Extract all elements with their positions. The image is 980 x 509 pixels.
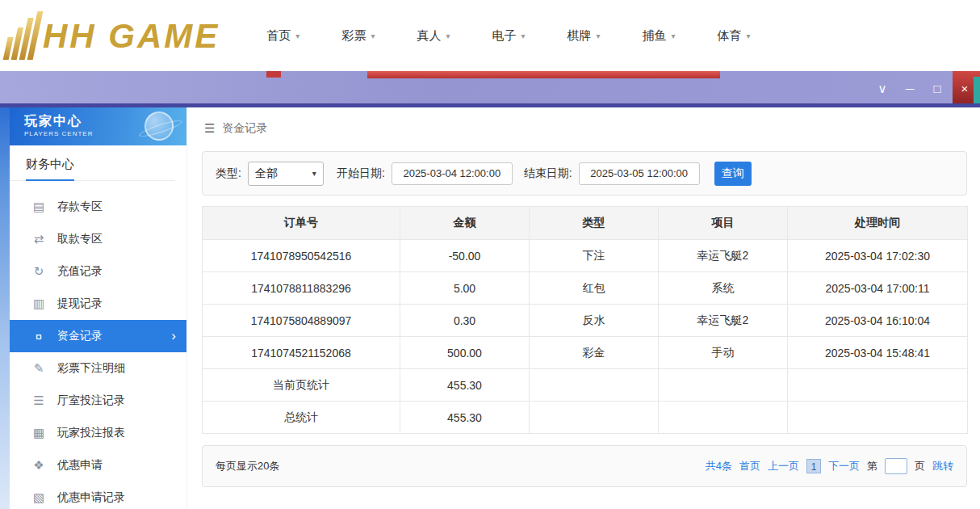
col-amount: 金额 [400, 207, 530, 240]
page-title: 资金记录 [222, 121, 267, 136]
jump-prefix-label: 第 [867, 459, 877, 473]
chevron-down-icon: ▾ [295, 32, 299, 40]
sidebar-section-finance: 财务中心 [10, 145, 175, 181]
logo-text: HH GAME [43, 13, 220, 60]
logo-bars-icon [3, 11, 44, 60]
deposit-icon: ▤ [31, 200, 46, 214]
window-left-strip [0, 107, 10, 509]
window-titlebar-edge [0, 103, 980, 107]
withdraw-icon: ⇄ [31, 232, 46, 246]
col-project: 项目 [659, 207, 788, 240]
prev-page-link[interactable]: 上一页 [768, 459, 799, 473]
content-area: ☰ 资金记录 类型: 全部 ▾ 开始日期: 结束日期: 查询 订单号 金额 类型… [191, 107, 980, 509]
window-close-button[interactable]: × [957, 81, 972, 97]
chevron-down-icon: ▾ [596, 32, 600, 40]
end-date-input[interactable] [579, 162, 700, 185]
hall-bets-icon: ☰ [31, 393, 46, 408]
type-label: 类型: [216, 166, 241, 181]
table-row: 1741078811883296 5.00 红包 系统 2025-03-04 1… [203, 272, 968, 305]
window-titlebar: ∨ ─ □ × [0, 71, 980, 107]
sidebar-item-fund-records[interactable]: ¤ 资金记录 › [10, 320, 186, 352]
pager: 共4条 首页 上一页 1 下一页 第 页 跳转 [706, 458, 953, 474]
table-summary-row-page: 当前页统计 455.30 [203, 369, 968, 402]
window-collapse-button[interactable]: ∨ [875, 81, 890, 97]
window-maximize-button[interactable]: □ [930, 81, 944, 97]
sidebar-items: ▤ 存款专区 ⇄ 取款专区 ↻ 充值记录 ▥ 提现记录 ¤ 资金记录 › ✎ 彩… [10, 191, 186, 509]
table-row: 1741075804889097 0.30 反水 幸运飞艇2 2025-03-0… [203, 305, 968, 337]
sidebar-item-player-bet-report[interactable]: ▦ 玩家投注报表 [10, 417, 186, 449]
site-logo: HH GAME [8, 11, 220, 60]
nav-item-slots[interactable]: 电子 ▾ [492, 28, 525, 44]
menu-icon[interactable]: ☰ [204, 121, 215, 136]
window-controls: ∨ ─ □ × [875, 81, 972, 97]
jump-page-input[interactable] [885, 458, 907, 474]
window-minimize-button[interactable]: ─ [903, 81, 917, 97]
sidebar-item-withdrawal-records[interactable]: ▥ 提现记录 [10, 288, 186, 320]
query-button[interactable]: 查询 [714, 162, 752, 186]
lottery-detail-icon: ✎ [31, 361, 46, 376]
chevron-down-icon: ▾ [747, 32, 751, 40]
report-icon: ▦ [31, 426, 46, 440]
col-order-id: 订单号 [203, 207, 400, 240]
sidebar-item-promo-apply[interactable]: ❖ 优惠申请 [10, 449, 186, 482]
chevron-right-icon: › [171, 328, 176, 344]
breadcrumb: ☰ 资金记录 [191, 107, 980, 136]
recharge-icon: ↻ [31, 264, 46, 279]
current-page-badge[interactable]: 1 [806, 459, 821, 473]
sidebar-item-promo-apply-records[interactable]: ▧ 优惠申请记录 [10, 482, 186, 509]
chevron-down-icon: ▾ [672, 32, 676, 40]
banner-fragment [974, 77, 980, 105]
nav-item-board-games[interactable]: 棋牌 ▾ [567, 28, 600, 44]
sidebar-item-lottery-bet-details[interactable]: ✎ 彩票下注明细 [10, 352, 186, 385]
jump-button[interactable]: 跳转 [932, 459, 953, 473]
start-date-label: 开始日期: [337, 166, 385, 181]
globe-icon [144, 111, 174, 141]
table-row: 1741078950542516 -50.00 下注 幸运飞艇2 2025-03… [203, 240, 968, 272]
banner-fragment [266, 71, 281, 78]
sidebar-header: 玩家中心 PLAYERS CENTER [10, 107, 186, 145]
nav-item-home[interactable]: 首页 ▾ [266, 28, 299, 44]
start-date-input[interactable] [392, 162, 513, 185]
promo-icon: ❖ [31, 458, 46, 473]
filter-panel: 类型: 全部 ▾ 开始日期: 结束日期: 查询 [202, 151, 967, 196]
type-select[interactable]: 全部 ▾ [248, 162, 324, 186]
player-center-sidebar: 玩家中心 PLAYERS CENTER 财务中心 ▤ 存款专区 ⇄ 取款专区 ↻… [10, 107, 187, 509]
promo-records-icon: ▧ [31, 490, 46, 505]
next-page-link[interactable]: 下一页 [828, 459, 860, 473]
col-process-time: 处理时间 [788, 207, 968, 240]
table-summary-row-total: 总统计 455.30 [203, 402, 968, 434]
chevron-down-icon: ▾ [312, 169, 316, 178]
table-header-row: 订单号 金额 类型 项目 处理时间 [203, 207, 968, 240]
top-header: HH GAME 首页 ▾ 彩票 ▾ 真人 ▾ 电子 ▾ 棋牌 ▾ 捕鱼 ▾ 体育… [0, 0, 980, 71]
pagination-bar: 每页显示20条 共4条 首页 上一页 1 下一页 第 页 跳转 [202, 445, 967, 487]
first-page-link[interactable]: 首页 [739, 459, 760, 473]
nav-item-fishing[interactable]: 捕鱼 ▾ [643, 28, 676, 44]
sidebar-item-deposit-zone[interactable]: ▤ 存款专区 [10, 191, 186, 223]
main-nav: 首页 ▾ 彩票 ▾ 真人 ▾ 电子 ▾ 棋牌 ▾ 捕鱼 ▾ 体育 ▾ [266, 28, 750, 44]
sidebar-item-hall-bet-records[interactable]: ☰ 厅室投注记录 [10, 385, 186, 417]
nav-item-live[interactable]: 真人 ▾ [417, 28, 450, 44]
nav-item-sports[interactable]: 体育 ▾ [718, 28, 751, 44]
col-type: 类型 [530, 207, 659, 240]
chevron-down-icon: ▾ [521, 32, 525, 40]
funds-icon: ¤ [31, 330, 46, 343]
total-count: 共4条 [706, 459, 732, 473]
chevron-down-icon: ▾ [371, 32, 375, 40]
end-date-label: 结束日期: [524, 166, 572, 181]
chevron-down-icon: ▾ [446, 32, 450, 40]
jump-suffix-label: 页 [915, 459, 925, 473]
nav-item-lottery[interactable]: 彩票 ▾ [341, 28, 375, 44]
records-table: 订单号 金额 类型 项目 处理时间 1741078950542516 -50.0… [202, 206, 967, 434]
banner-fragment [367, 71, 720, 78]
withdrawal-record-icon: ▥ [31, 297, 46, 311]
per-page-label: 每页显示20条 [216, 459, 279, 473]
sidebar-item-withdraw-zone[interactable]: ⇄ 取款专区 [10, 223, 186, 255]
table-row: 1741074521152068 500.00 彩金 手动 2025-03-04… [203, 337, 968, 369]
sidebar-item-recharge-records[interactable]: ↻ 充值记录 [10, 255, 186, 288]
